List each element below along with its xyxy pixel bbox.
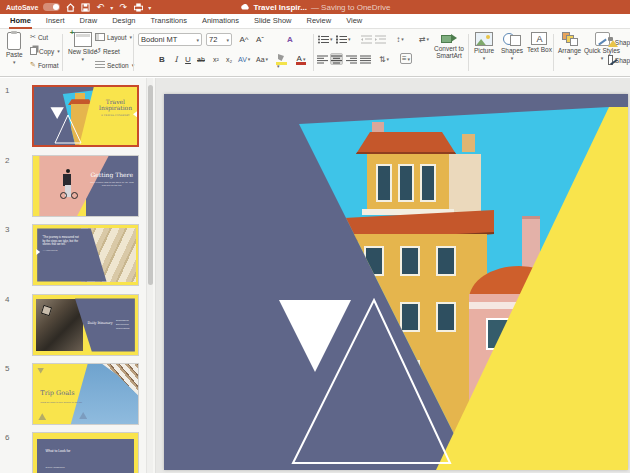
align-center-button[interactable]	[330, 53, 343, 65]
font-name-combo[interactable]: Bodoni MT▾	[138, 33, 202, 46]
font-size-combo[interactable]: 72▾	[206, 33, 232, 46]
decrease-indent-button[interactable]	[360, 33, 372, 45]
thumb5-triangle	[37, 368, 44, 374]
undo-dropdown-icon[interactable]: ▾	[110, 4, 113, 11]
paste-icon	[7, 32, 21, 50]
shape-outline-icon	[608, 55, 613, 65]
tab-insert[interactable]: Insert	[45, 14, 66, 29]
picture-icon	[475, 32, 493, 46]
align-text-button[interactable]: ≡	[400, 53, 412, 64]
thumb2-text: Getting There We'll explore how to get t…	[90, 172, 134, 188]
columns-button[interactable]: ⇄	[418, 33, 430, 45]
justify-button[interactable]	[359, 53, 371, 65]
clear-formatting-button[interactable]: A	[284, 33, 296, 45]
section-button[interactable]: Section	[95, 61, 134, 69]
cut-label: Cut	[38, 34, 48, 41]
thumb2-body: We'll explore how to get there by air, l…	[90, 181, 134, 187]
tab-transitions[interactable]: Transitions	[149, 14, 187, 29]
underline-button[interactable]: U	[182, 53, 194, 65]
slide-thumbnail-5[interactable]: Trip Goals What we hope to see and do on…	[32, 363, 139, 425]
autosave-toggle[interactable]	[43, 3, 60, 11]
superscript-button[interactable]: x²	[210, 53, 222, 65]
arrange-button[interactable]: Arrange ▾	[558, 32, 581, 61]
undo-icon[interactable]: ↶	[95, 2, 105, 12]
increase-font-button[interactable]: A^	[238, 33, 250, 45]
highlight-color-button[interactable]	[276, 54, 287, 65]
bullets-button[interactable]	[318, 33, 333, 45]
strikethrough-button[interactable]: ab	[195, 53, 207, 65]
save-icon[interactable]	[80, 2, 90, 12]
reset-button[interactable]: ↺ Reset	[95, 47, 120, 55]
home-icon[interactable]	[65, 2, 75, 12]
text-box-button[interactable]: A Text Box	[527, 32, 552, 53]
print-icon[interactable]	[133, 2, 143, 12]
slide-number-3: 3	[5, 225, 9, 234]
picture-button[interactable]: Picture ▾	[474, 32, 494, 61]
cut-icon: ✂	[30, 33, 36, 41]
change-case-button[interactable]: Aa	[256, 53, 268, 65]
paste-button[interactable]: Paste ▾	[6, 32, 23, 65]
arrange-label: Arrange	[558, 47, 581, 54]
slide-thumbnail-1[interactable]: Travel Inspiration A TRAVEL ITINERARY	[32, 85, 139, 147]
convert-smartart-button[interactable]: Convert to SmartArt	[432, 32, 466, 59]
format-painter-icon: ✎	[30, 61, 36, 69]
format-painter-button[interactable]: ✎ Format	[30, 61, 58, 69]
powerpoint-window: AutoSave ↶ ▾ ↷ ▾ Travel Inspir... — Savi…	[0, 0, 630, 473]
slide-number-6: 6	[5, 433, 9, 442]
tab-home[interactable]: Home	[9, 14, 32, 29]
quick-styles-label: Quick Styles	[584, 47, 620, 54]
thumb5-triangle	[38, 413, 46, 420]
shapes-button[interactable]: Shapes ▾	[501, 32, 523, 61]
shape-fill-button[interactable]: Shap	[608, 37, 630, 47]
shape-outline-button[interactable]: Shap	[608, 55, 630, 65]
decrease-font-button[interactable]: Aˇ	[254, 33, 266, 45]
slide-thumbnail-3[interactable]: “The journey is measured not by the step…	[32, 224, 139, 286]
tab-slideshow[interactable]: Slide Show	[253, 14, 293, 29]
copy-icon	[30, 47, 37, 55]
slide-thumbnail-4[interactable]: Daily Itinerary Destinations Experiences…	[32, 294, 139, 356]
shapes-icon	[503, 32, 521, 46]
thumb4-title: Daily Itinerary	[88, 321, 115, 325]
increase-indent-button[interactable]	[374, 33, 386, 45]
numbering-button[interactable]	[336, 33, 351, 45]
tab-design[interactable]: Design	[111, 14, 136, 29]
slide-thumbnail-2[interactable]: Getting There We'll explore how to get t…	[32, 155, 139, 217]
slide-thumbnail-6[interactable]: What to Look for Scenic landscapes	[32, 432, 139, 473]
thumbnail-scrollbar[interactable]	[146, 78, 153, 473]
character-spacing-button[interactable]: AV	[238, 53, 250, 65]
align-left-button[interactable]	[316, 53, 328, 65]
saving-status: — Saving to OneDrive	[311, 3, 391, 12]
font-name-value: Bodoni MT	[141, 35, 177, 44]
title-bar: AutoSave ↶ ▾ ↷ ▾ Travel Inspir... — Savi…	[0, 0, 630, 14]
shape-fill-icon	[608, 37, 613, 47]
text-direction-button[interactable]: ⇅	[378, 53, 390, 65]
toolbar-options-icon[interactable]: ▾	[148, 4, 151, 11]
arrange-icon	[562, 32, 578, 46]
copy-button[interactable]: Copy	[30, 47, 60, 55]
bold-button[interactable]: B	[156, 53, 168, 65]
scrollbar-thumb[interactable]	[148, 85, 153, 285]
font-color-button[interactable]: A	[296, 54, 306, 65]
layout-button[interactable]: Layout	[95, 33, 132, 41]
new-slide-button[interactable]: New Slide ▾	[68, 32, 97, 62]
tab-animations[interactable]: Animations	[201, 14, 240, 29]
line-spacing-button[interactable]: ↕	[394, 33, 406, 45]
onedrive-cloud-icon	[240, 2, 250, 12]
new-slide-label: New Slide	[68, 48, 97, 55]
cut-button[interactable]: ✂ Cut	[30, 33, 48, 41]
slide-number-5: 5	[5, 364, 9, 373]
italic-button[interactable]: I	[170, 53, 182, 65]
tab-draw[interactable]: Draw	[79, 14, 99, 29]
toggle-knob	[53, 4, 59, 10]
section-icon	[95, 61, 105, 69]
subscript-button[interactable]: x₂	[223, 53, 235, 65]
content-area: 1 2 3 4 5 6 Travel Inspiration A TRAVEL …	[0, 78, 630, 473]
text-box-label: Text Box	[527, 46, 552, 53]
tab-view[interactable]: View	[345, 14, 363, 29]
tab-review[interactable]: Review	[306, 14, 333, 29]
thumb5-title: Trip Goals	[40, 389, 74, 397]
align-right-button[interactable]	[345, 53, 357, 65]
redo-icon[interactable]: ↷	[118, 2, 128, 12]
thumb1-title: Travel Inspiration	[97, 99, 134, 113]
current-slide[interactable]	[164, 94, 628, 470]
